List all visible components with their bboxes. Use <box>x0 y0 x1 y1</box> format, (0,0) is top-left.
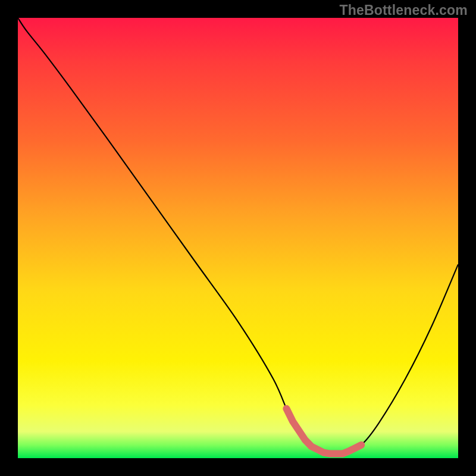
curve-layer <box>18 18 458 458</box>
chart-frame: TheBottleneck.com <box>0 0 476 476</box>
watermark-text: TheBottleneck.com <box>339 2 468 18</box>
bottleneck-curve-path <box>18 18 458 455</box>
highlight-segment <box>286 409 361 454</box>
plot-area <box>18 18 458 458</box>
